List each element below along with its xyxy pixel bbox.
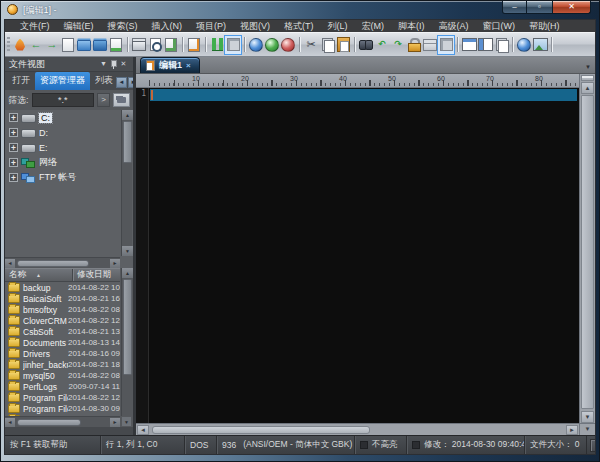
list-hscrollbar[interactable]: ◄ ► (5, 416, 120, 427)
writable-toggle[interactable]: 可写 (590, 439, 595, 452)
favorites-folder-icon[interactable] (92, 36, 108, 54)
tab-close-icon[interactable]: × (186, 61, 191, 70)
lock-icon[interactable] (406, 36, 422, 54)
text-area[interactable]: 1 (136, 88, 579, 423)
menu-item[interactable]: 搜索(S) (101, 20, 145, 33)
menu-item[interactable]: 高级(A) (432, 20, 476, 33)
file-row[interactable]: Program File... 2014-08-30 09 (5, 403, 120, 414)
cut-icon[interactable]: ✂ (303, 36, 319, 54)
scroll-up-icon[interactable]: ▲ (122, 268, 133, 278)
menu-item[interactable]: 视图(V) (233, 20, 277, 33)
tree-vscrollbar[interactable]: ▲ ▼ (121, 110, 132, 256)
find-icon[interactable] (358, 36, 374, 54)
new-window-icon[interactable] (493, 36, 509, 54)
print-icon[interactable] (131, 36, 147, 54)
archive-icon[interactable] (422, 36, 438, 54)
browser-green-icon[interactable] (264, 36, 280, 54)
file-row[interactable]: bmsoftxy 2014-08-22 08 (5, 304, 120, 315)
close-button[interactable]: ✕ (553, 1, 591, 14)
scroll-thumb[interactable] (17, 260, 89, 267)
print-preview-icon[interactable] (147, 36, 163, 54)
file-row[interactable]: CloverCRM 2014-08-22 12 (5, 315, 120, 326)
tab-open[interactable]: 打开 (7, 72, 35, 90)
filter-apply-button[interactable]: > (97, 93, 110, 107)
browse-folder-button[interactable] (113, 93, 130, 107)
status-syntax[interactable]: 不高亮 (355, 436, 407, 454)
status-eol-mode[interactable]: DOS (185, 436, 217, 454)
minimize-button[interactable]: – (502, 1, 527, 14)
menu-item[interactable]: 格式(T) (277, 20, 321, 33)
scroll-up-icon[interactable]: ▲ (122, 110, 133, 120)
list-vscrollbar[interactable]: ▲ (121, 268, 132, 416)
pin-icon[interactable] (109, 59, 118, 69)
file-row[interactable]: PerfLogs 2009-07-14 11 (5, 381, 120, 392)
scroll-down-icon[interactable]: ▼ (121, 416, 132, 427)
tab-scroll-left-icon[interactable]: ◄ (116, 77, 127, 88)
tree-item-c[interactable]: + C: (5, 110, 133, 125)
forward-icon[interactable]: → (44, 36, 60, 54)
paste-icon[interactable] (335, 36, 351, 54)
file-row[interactable]: jinher_backup 2014-08-21 18 (5, 359, 120, 370)
menu-item[interactable]: 文件(F) (13, 20, 57, 33)
scroll-down-icon[interactable]: ▼ (122, 246, 133, 256)
tab-list-dropdown-icon[interactable]: ▼ (585, 64, 591, 70)
file-row[interactable]: Program Files 2014-08-22 12 (5, 392, 120, 403)
redo-icon[interactable]: ↷ (390, 36, 406, 54)
scroll-left-icon[interactable]: ◄ (5, 259, 15, 268)
scroll-right-icon[interactable]: ► (110, 418, 120, 427)
split-handle[interactable] (581, 75, 594, 81)
file-row[interactable]: backup 2014-08-22 10 (5, 282, 120, 293)
panel-menu-icon[interactable]: ▼ (98, 59, 109, 69)
editor-vscrollbar[interactable]: ▲ ▼ (579, 74, 595, 423)
column-name[interactable]: 名称 ▲ (5, 269, 73, 281)
undo-icon[interactable]: ↶ (374, 36, 390, 54)
file-row[interactable]: Drivers 2014-08-16 09 (5, 348, 120, 359)
scroll-right-icon[interactable]: ► (110, 259, 120, 268)
edit-document-icon[interactable] (186, 36, 202, 54)
scroll-thumb[interactable] (581, 95, 594, 409)
panel-toggle-icon[interactable] (438, 36, 454, 54)
expand-icon[interactable]: + (9, 143, 18, 152)
new-file-icon[interactable] (60, 36, 76, 54)
copy-icon[interactable] (319, 36, 335, 54)
editor-hscrollbar[interactable]: ◄ ► (136, 423, 579, 435)
scroll-left-icon[interactable]: ◄ (137, 425, 149, 435)
expand-icon[interactable]: + (9, 113, 18, 122)
word-wrap-icon[interactable] (225, 36, 241, 54)
menu-item[interactable]: 窗口(W) (476, 20, 523, 33)
document-tab[interactable]: 编辑1 × (140, 57, 200, 73)
toolbar-grip[interactable] (7, 37, 10, 53)
filter-input[interactable]: *.* (32, 93, 94, 107)
split-horizontal-icon[interactable] (461, 36, 477, 54)
file-row[interactable]: Documents 2014-08-13 14 (5, 337, 120, 348)
tree-item-network[interactable]: + 网络 (5, 155, 133, 170)
image-view-icon[interactable] (532, 36, 548, 54)
browser-red-icon[interactable] (280, 36, 296, 54)
status-encoding[interactable]: 936 (ANSI/OEM - 简体中文 GBK) (217, 436, 355, 454)
web-view-icon[interactable] (516, 36, 532, 54)
browser-blue-icon[interactable] (248, 36, 264, 54)
menu-item[interactable]: 脚本(I) (391, 20, 432, 33)
title-bar[interactable]: [编辑1] - – ▫ ✕ (1, 1, 599, 19)
maximize-button[interactable]: ▫ (527, 1, 553, 14)
split-vertical-icon[interactable] (477, 36, 493, 54)
scroll-right-icon[interactable]: ► (566, 425, 578, 435)
menu-item[interactable]: 列(L) (321, 20, 355, 33)
column-date[interactable]: 修改日期 (73, 269, 120, 281)
save-icon[interactable] (108, 36, 124, 54)
open-folder-icon[interactable] (76, 36, 92, 54)
back-icon[interactable]: ← (28, 36, 44, 54)
scroll-down-icon[interactable]: ▼ (581, 411, 594, 423)
expand-icon[interactable]: + (9, 158, 18, 167)
tab-list[interactable]: 列表 (90, 72, 116, 90)
scroll-left-icon[interactable]: ◄ (5, 418, 15, 427)
scroll-thumb[interactable] (123, 279, 132, 375)
tab-explorer[interactable]: 资源管理器 (35, 72, 90, 90)
column-marker-icon[interactable] (209, 36, 225, 54)
tree-hscrollbar[interactable]: ◄ ► (5, 257, 120, 268)
menu-item[interactable]: 项目(P) (189, 20, 233, 33)
scroll-thumb[interactable] (152, 426, 370, 434)
tree-item-e[interactable]: + E: (5, 140, 133, 155)
scroll-thumb[interactable] (17, 419, 81, 426)
flame-icon[interactable] (12, 36, 28, 54)
